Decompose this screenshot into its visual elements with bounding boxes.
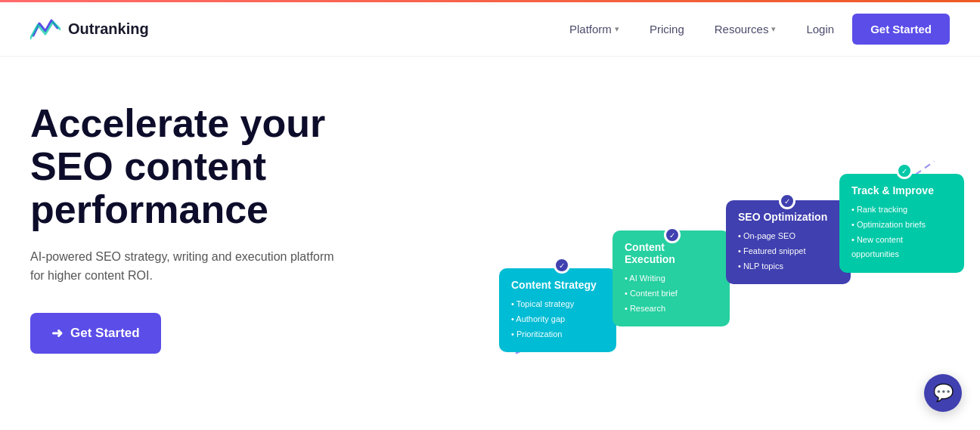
hero-cta-button[interactable]: ➜ Get Started <box>30 313 161 354</box>
nav-login[interactable]: Login <box>794 17 846 42</box>
navbar: Outranking Platform ▾ Pricing Resources … <box>0 2 980 57</box>
track-item-1: Rank tracking <box>851 203 952 218</box>
card-seo-items: On-page SEO Featured snippet NLP topics <box>738 229 839 274</box>
strategy-item-1: Topical strategy <box>511 297 604 312</box>
chat-widget[interactable]: 💬 <box>924 374 962 412</box>
card-execution-items: AI Writing Content brief Research <box>625 271 718 316</box>
execution-item-2: Content brief <box>625 286 718 302</box>
seo-item-2: Featured snippet <box>738 244 839 259</box>
card-track-improve: Track & Improve Rank tracking Optimizati… <box>839 174 964 273</box>
track-item-3: New content opportunities <box>851 233 952 263</box>
card-strategy-items: Topical strategy Authority gap Prioritiz… <box>511 297 604 342</box>
nav-platform[interactable]: Platform ▾ <box>557 17 631 42</box>
card-track-items: Rank tracking Optimization briefs New co… <box>851 203 952 262</box>
nav-resources[interactable]: Resources ▾ <box>702 17 789 42</box>
card-execution-title: Content Execution <box>625 241 718 265</box>
nav-pricing[interactable]: Pricing <box>637 17 696 42</box>
chat-icon: 💬 <box>933 383 954 403</box>
resources-chevron-icon: ▾ <box>771 24 776 34</box>
hero-right: Content Strategy Topical strategy Author… <box>423 57 950 430</box>
nav-cta-button[interactable]: Get Started <box>852 14 950 45</box>
strategy-item-3: Prioritization <box>511 327 604 342</box>
checkpoint-2: ✓ <box>664 227 681 243</box>
checkpoint-3: ✓ <box>779 193 795 209</box>
track-item-2: Optimization briefs <box>851 218 952 233</box>
checkpoint-1: ✓ <box>554 257 570 274</box>
seo-item-3: NLP topics <box>738 259 839 274</box>
checkpoint-4: ✓ <box>896 162 913 179</box>
logo-icon <box>30 17 60 42</box>
logo-text: Outranking <box>68 20 149 38</box>
card-content-execution: Content Execution AI Writing Content bri… <box>612 230 730 326</box>
hero-subtitle: AI-powered SEO strategy, writing and exe… <box>30 247 348 286</box>
execution-item-1: AI Writing <box>625 271 718 286</box>
platform-chevron-icon: ▾ <box>615 24 619 34</box>
card-seo-optimization: SEO Optimization On-page SEO Featured sn… <box>726 200 851 284</box>
card-track-title: Track & Improve <box>851 184 952 196</box>
nav-links: Platform ▾ Pricing Resources ▾ Login Get… <box>557 14 950 45</box>
card-content-strategy: Content Strategy Topical strategy Author… <box>499 268 616 352</box>
execution-item-3: Research <box>625 302 718 317</box>
hero-left: Accelerate your SEO content performance … <box>30 57 423 354</box>
arrow-icon: ➜ <box>51 325 63 342</box>
main-content: Accelerate your SEO content performance … <box>0 57 980 430</box>
hero-title: Accelerate your SEO content performance <box>30 102 423 232</box>
diagram: Content Strategy Topical strategy Author… <box>454 94 950 412</box>
seo-item-1: On-page SEO <box>738 229 839 244</box>
logo[interactable]: Outranking <box>30 17 149 42</box>
card-seo-title: SEO Optimization <box>738 211 839 223</box>
card-strategy-title: Content Strategy <box>511 279 604 291</box>
strategy-item-2: Authority gap <box>511 312 604 327</box>
